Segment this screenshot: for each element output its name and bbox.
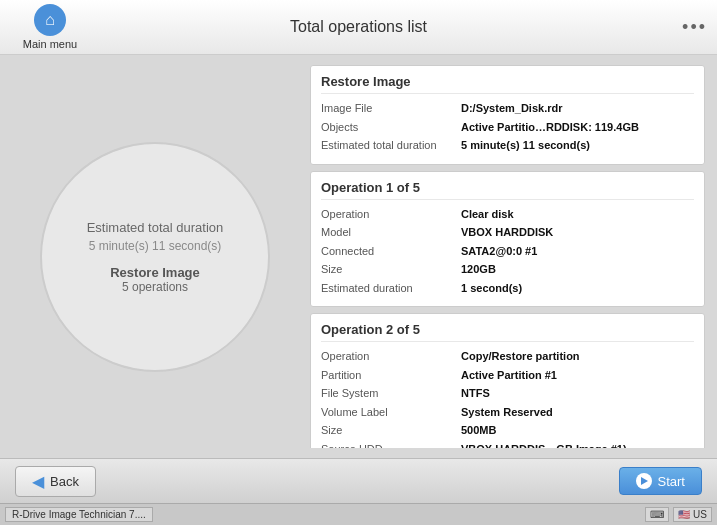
taskbar: R-Drive Image Technician 7.... ⌨ 🇺🇸 US <box>0 503 717 525</box>
operation-card-1: Operation 1 of 5OperationClear diskModel… <box>310 171 705 308</box>
op-val-2-0: Copy/Restore partition <box>461 348 580 365</box>
back-button[interactable]: ◀ Back <box>15 466 96 497</box>
op-key-1-2: Connected <box>321 243 461 260</box>
op-row-0-1: ObjectsActive Partitio…RDDISK: 119.4GB <box>321 119 694 136</box>
op-row-2-3: Volume LabelSystem Reserved <box>321 404 694 421</box>
op-row-1-4: Estimated duration1 second(s) <box>321 280 694 297</box>
op-val-2-3: System Reserved <box>461 404 553 421</box>
op-val-0-2: 5 minute(s) 11 second(s) <box>461 137 590 154</box>
op-row-1-3: Size120GB <box>321 261 694 278</box>
page-title: Total operations list <box>290 18 427 36</box>
op-key-0-0: Image File <box>321 100 461 117</box>
op-key-1-3: Size <box>321 261 461 278</box>
op-key-2-0: Operation <box>321 348 461 365</box>
home-icon: ⌂ <box>34 4 66 36</box>
op-row-0-2: Estimated total duration5 minute(s) 11 s… <box>321 137 694 154</box>
op-row-2-4: Size500MB <box>321 422 694 439</box>
op-val-1-1: VBOX HARDDISK <box>461 224 553 241</box>
op-key-2-3: Volume Label <box>321 404 461 421</box>
main-menu-label: Main menu <box>23 38 77 50</box>
language-flag: 🇺🇸 US <box>673 507 712 522</box>
op-key-2-1: Partition <box>321 367 461 384</box>
op-key-1-0: Operation <box>321 206 461 223</box>
main-content: Estimated total duration 5 minute(s) 11 … <box>0 55 717 458</box>
duration-circle: Estimated total duration 5 minute(s) 11 … <box>40 142 270 372</box>
op-row-2-5: Source HDDVBOX HARDDIS…GB Image #1) <box>321 441 694 449</box>
op-card-title-1: Operation 1 of 5 <box>321 180 694 200</box>
op-val-0-0: D:/System_Disk.rdr <box>461 100 563 117</box>
circle-ops-label: 5 operations <box>122 280 188 294</box>
header: ⌂ Main menu Total operations list ••• <box>0 0 717 55</box>
footer: ◀ Back Start <box>0 458 717 503</box>
op-key-1-1: Model <box>321 224 461 241</box>
circle-restore-label: Restore Image <box>110 265 200 280</box>
keyboard-icon: ⌨ <box>645 507 669 522</box>
op-val-1-2: SATA2@0:0 #1 <box>461 243 537 260</box>
op-key-0-2: Estimated total duration <box>321 137 461 154</box>
op-row-2-2: File SystemNTFS <box>321 385 694 402</box>
play-triangle-icon <box>641 477 648 485</box>
op-key-2-2: File System <box>321 385 461 402</box>
start-icon <box>636 473 652 489</box>
operations-list: Restore ImageImage FileD:/System_Disk.rd… <box>310 65 707 448</box>
back-label: Back <box>50 474 79 489</box>
op-row-1-0: OperationClear disk <box>321 206 694 223</box>
start-button[interactable]: Start <box>619 467 702 495</box>
op-val-1-3: 120GB <box>461 261 496 278</box>
op-key-0-1: Objects <box>321 119 461 136</box>
home-nav[interactable]: ⌂ Main menu <box>10 4 90 50</box>
op-val-2-4: 500MB <box>461 422 496 439</box>
op-val-2-2: NTFS <box>461 385 490 402</box>
circle-label: Estimated total duration <box>87 220 224 235</box>
taskbar-right: ⌨ 🇺🇸 US <box>645 507 712 522</box>
op-card-title-0: Restore Image <box>321 74 694 94</box>
left-panel: Estimated total duration 5 minute(s) 11 … <box>10 65 300 448</box>
op-key-2-4: Size <box>321 422 461 439</box>
op-val-2-5: VBOX HARDDIS…GB Image #1) <box>461 441 627 449</box>
op-val-1-4: 1 second(s) <box>461 280 522 297</box>
op-card-title-2: Operation 2 of 5 <box>321 322 694 342</box>
op-row-1-2: ConnectedSATA2@0:0 #1 <box>321 243 694 260</box>
back-arrow-icon: ◀ <box>32 472 44 491</box>
start-label: Start <box>658 474 685 489</box>
op-val-2-1: Active Partition #1 <box>461 367 557 384</box>
op-key-1-4: Estimated duration <box>321 280 461 297</box>
taskbar-app-label: R-Drive Image Technician 7.... <box>5 507 153 522</box>
op-val-0-1: Active Partitio…RDDISK: 119.4GB <box>461 119 639 136</box>
op-row-0-0: Image FileD:/System_Disk.rdr <box>321 100 694 117</box>
op-row-2-1: PartitionActive Partition #1 <box>321 367 694 384</box>
operation-card-0: Restore ImageImage FileD:/System_Disk.rd… <box>310 65 705 165</box>
op-key-2-5: Source HDD <box>321 441 461 449</box>
operation-card-2: Operation 2 of 5OperationCopy/Restore pa… <box>310 313 705 448</box>
op-val-1-0: Clear disk <box>461 206 514 223</box>
circle-duration: 5 minute(s) 11 second(s) <box>89 239 222 253</box>
more-options-button[interactable]: ••• <box>682 17 707 38</box>
op-row-2-0: OperationCopy/Restore partition <box>321 348 694 365</box>
op-row-1-1: ModelVBOX HARDDISK <box>321 224 694 241</box>
